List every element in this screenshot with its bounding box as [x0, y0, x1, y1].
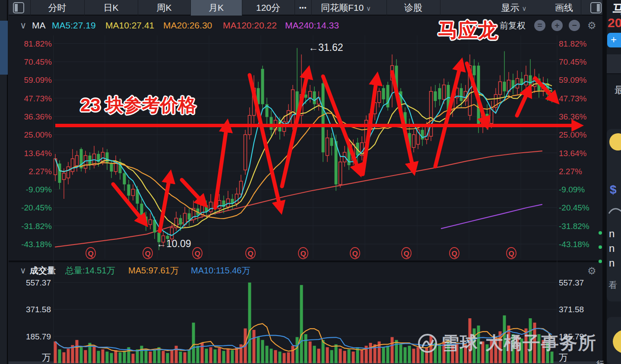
ma240-value: MA240:14.33 [285, 16, 339, 35]
volume-ma5: MA5:97.61万 [128, 262, 179, 279]
status-dot [599, 260, 602, 263]
display-menu-button[interactable]: 显示 ∨ [492, 0, 535, 16]
svg-text:-20.45%: -20.45% [21, 203, 52, 212]
settings-gear-icon[interactable]: ⚙ [587, 20, 596, 31]
add-to-watchlist-button[interactable]: + [607, 33, 621, 47]
svg-text:Q: Q [247, 250, 253, 258]
svg-text:-31.82%: -31.82% [559, 222, 589, 231]
kline-chart-canvas: 81.82%81.82%70.45%70.45%59.09%59.09%47.7… [0, 0, 621, 364]
svg-text:2.27%: 2.27% [559, 167, 582, 176]
tab-120min[interactable]: 120分 [242, 0, 295, 16]
svg-text:13.64%: 13.64% [559, 149, 587, 158]
ma5-value: MA5:27.19 [52, 16, 96, 35]
svg-text:-9.09%: -9.09% [559, 185, 585, 194]
status-dot [599, 245, 602, 249]
volume-pane-title: 成交量 [30, 262, 56, 279]
ths-f10-button[interactable]: 同花顺F10 ∨ [311, 0, 380, 16]
panel-price-fragment: 20 [608, 16, 621, 30]
left-sidebar-sliver [0, 0, 8, 364]
volume-header: ∨ 成交量 总量:14.51万 MA5:97.61万 MA10:115.46万 … [9, 262, 602, 279]
svg-text:47.73%: 47.73% [24, 94, 52, 103]
chevron-down-icon[interactable]: ∨ [20, 16, 26, 35]
draw-line-button[interactable]: 画线 [542, 0, 586, 16]
ma120-value: MA120:20.22 [223, 16, 277, 35]
collapse-left-panel-icon[interactable] [13, 2, 24, 13]
svg-text:-20.45%: -20.45% [559, 203, 589, 212]
indicator-name: MA [32, 16, 46, 35]
reference-price-annotation: 23 块参考价格 [80, 93, 196, 117]
trend-arrow-annotations [113, 62, 556, 231]
right-stock-panel: 马 20 + 最 $ n n n 看 [607, 0, 621, 364]
ma-indicator-bar: ∨ MA MA5:27.19 MA10:27.41 MA20:26.30 MA1… [9, 16, 602, 35]
svg-text:Q: Q [403, 250, 409, 258]
chart-toolbar: 分时 日K 周K 月K 120分 ••• 同花顺F10 ∨ 诊股 显示 ∨ 画线 [9, 0, 602, 16]
svg-text:25.00%: 25.00% [24, 130, 52, 139]
settings-gear-icon[interactable]: ⚙ [587, 265, 596, 276]
svg-text:185.79: 185.79 [26, 332, 51, 341]
volume-total: 总量:14.51万 [65, 262, 115, 279]
text-fragment: n [609, 257, 615, 269]
dividend-markers[interactable]: QQQQQQQQQ [86, 248, 516, 259]
panel-divider [602, 0, 607, 364]
svg-text:Q: Q [451, 250, 457, 258]
svg-text:-43.18%: -43.18% [21, 240, 52, 249]
zoom-out-icon[interactable]: − [569, 20, 580, 31]
long-ma-lines [55, 151, 542, 247]
tab-weekly-k[interactable]: 周K [138, 0, 190, 16]
feed-card[interactable]: $ n n n 看 [607, 129, 621, 301]
svg-text:81.82%: 81.82% [24, 39, 52, 48]
svg-text:25.00%: 25.00% [559, 130, 587, 139]
svg-text:万: 万 [42, 352, 51, 362]
svg-text:81.82%: 81.82% [559, 39, 587, 48]
stock-name-annotation: 马应龙 [438, 17, 497, 44]
watermark: 雪球·大橘子事务所 [417, 331, 597, 355]
xueqiu-logo-icon [417, 333, 438, 354]
svg-text:371.58: 371.58 [26, 305, 51, 314]
avatar [613, 330, 621, 353]
svg-text:Q: Q [88, 250, 93, 258]
price-gridlines [54, 35, 557, 361]
ma20-value: MA20:26.30 [163, 16, 212, 35]
sparkline-fragment [608, 207, 621, 215]
panel-tab-fragment[interactable]: 最 [615, 84, 621, 97]
svg-text:-9.09%: -9.09% [26, 185, 52, 194]
panel-tab-strip[interactable] [607, 54, 621, 74]
more-link-fragment[interactable]: 看 [608, 279, 617, 291]
svg-text:2.27%: 2.27% [29, 167, 52, 176]
svg-text:557.37: 557.37 [26, 278, 51, 287]
low-price-label: ←10.09 [156, 238, 191, 250]
adjust-mode-label[interactable]: 前复权 [500, 16, 526, 35]
scale-reset-icon[interactable]: = [534, 20, 545, 31]
svg-text:59.09%: 59.09% [24, 75, 52, 85]
text-fragment: n [609, 242, 615, 254]
svg-text:47.73%: 47.73% [559, 94, 587, 103]
volume-gridlines [54, 282, 557, 336]
svg-text:-43.18%: -43.18% [559, 240, 589, 249]
diagnose-stock-button[interactable]: 诊股 [387, 0, 440, 16]
tab-monthly-k[interactable]: 月K [190, 0, 242, 16]
tab-daily-k[interactable]: 日K [84, 0, 138, 16]
svg-text:371.58: 371.58 [559, 305, 584, 314]
ma10-value: MA10:27.41 [105, 16, 154, 35]
stock-chart-app: 分时 日K 周K 月K 120分 ••• 同花顺F10 ∨ 诊股 显示 ∨ 画线… [0, 0, 621, 364]
status-dot [599, 231, 602, 235]
watermark-text: 雪球·大橘子事务所 [441, 331, 597, 355]
svg-text:-31.82%: -31.82% [21, 222, 52, 231]
text-fragment: 行 [596, 359, 604, 364]
zoom-in-icon[interactable]: + [551, 20, 563, 31]
high-price-label: ←31.62 [308, 42, 343, 53]
tab-minute[interactable]: 分时 [30, 0, 84, 16]
svg-text:Q: Q [508, 250, 514, 258]
svg-text:70.45%: 70.45% [559, 57, 587, 66]
more-periods-icon[interactable]: ••• [295, 0, 311, 16]
chevron-down-icon[interactable]: ∨ [20, 262, 26, 279]
feed-card[interactable] [607, 317, 621, 364]
collapse-right-panel-icon[interactable] [590, 2, 602, 13]
bottom-edge-strip [9, 361, 602, 364]
avatar [609, 133, 621, 151]
left-sidebar-selected-item[interactable] [0, 21, 8, 75]
svg-text:Q: Q [194, 250, 200, 258]
dollar-fragment: $ [610, 183, 617, 197]
chevron-down-icon: ∨ [522, 5, 526, 12]
svg-text:70.45%: 70.45% [24, 57, 52, 66]
